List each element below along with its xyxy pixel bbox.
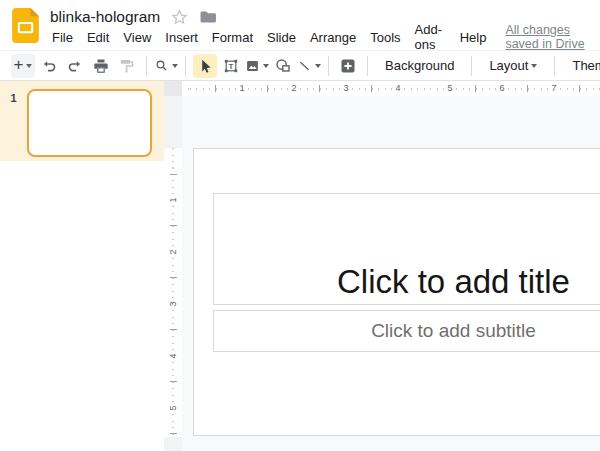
- background-button[interactable]: Background: [374, 54, 465, 78]
- zoom-button[interactable]: [154, 54, 178, 78]
- ruler-number: 4: [167, 351, 179, 360]
- subtitle-placeholder-box[interactable]: Click to add subtitle: [213, 310, 600, 352]
- text-box-icon: T: [222, 57, 240, 75]
- menu-format[interactable]: Format: [205, 28, 260, 47]
- magnifier-icon: [154, 57, 169, 75]
- menu-arrange[interactable]: Arrange: [303, 28, 363, 47]
- slide-filmstrip: 1: [0, 81, 164, 451]
- toolbar-separator: [146, 56, 147, 76]
- vertical-ruler-ticks: 1 2 3 4 5: [164, 148, 182, 437]
- google-slides-app: blinka-hologram File Edit View Insert Fo…: [0, 0, 600, 451]
- horizontal-ruler: 1 2 3 4 5 6 7: [182, 81, 600, 96]
- ruler-number: 2: [167, 247, 179, 256]
- ruler-number: 1: [167, 195, 179, 204]
- cursor-icon: [196, 57, 214, 75]
- header: blinka-hologram File Edit View Insert Fo…: [0, 0, 600, 51]
- toolbar-separator: [367, 56, 368, 76]
- menu-bar: File Edit View Insert Format Slide Arran…: [0, 26, 600, 48]
- comment-plus-icon: [339, 57, 357, 75]
- chevron-down-icon: [531, 64, 537, 68]
- ruler-corner: [164, 81, 182, 96]
- line-icon: [297, 57, 312, 75]
- ruler-number: 4: [393, 83, 402, 94]
- chevron-down-icon: [172, 64, 178, 68]
- title-placeholder-text: Click to add title: [337, 263, 570, 304]
- vertical-ruler-column: 1 2 3 4 5: [164, 81, 182, 451]
- layout-button[interactable]: Layout: [478, 54, 548, 78]
- slide-thumbnail[interactable]: [27, 89, 152, 157]
- canvas-column: 1 2 3 4 5 6 7 Click to add title Click t…: [182, 81, 600, 451]
- menu-edit[interactable]: Edit: [80, 28, 116, 47]
- slide-number: 1: [0, 81, 27, 161]
- theme-button[interactable]: Theme: [561, 54, 600, 78]
- slides-logo-icon[interactable]: [12, 8, 39, 43]
- menu-view[interactable]: View: [116, 28, 158, 47]
- chevron-down-icon: [263, 64, 269, 68]
- menu-addons[interactable]: Add-ons: [408, 20, 453, 54]
- paint-format-button[interactable]: [115, 54, 139, 78]
- menu-insert[interactable]: Insert: [158, 28, 205, 47]
- chevron-down-icon: [315, 64, 321, 68]
- paint-roller-icon: [118, 57, 136, 75]
- ruler-number: 6: [497, 83, 506, 94]
- undo-button[interactable]: [37, 54, 61, 78]
- subtitle-placeholder-text: Click to add subtitle: [371, 320, 536, 342]
- select-tool-button[interactable]: [193, 54, 217, 78]
- toolbar-separator: [554, 56, 555, 76]
- insert-image-button[interactable]: [245, 54, 269, 78]
- layout-label: Layout: [489, 58, 528, 73]
- menu-help[interactable]: Help: [453, 28, 494, 47]
- ruler-number: 3: [341, 83, 350, 94]
- body: 1 1 2 3 4 5 1 2 3 4: [0, 81, 600, 451]
- ruler-number: 5: [167, 403, 179, 412]
- ruler-number: 1: [237, 83, 246, 94]
- redo-icon: [66, 57, 84, 75]
- slide-canvas: Click to add title Click to add subtitle: [182, 96, 600, 451]
- slide-page[interactable]: Click to add title Click to add subtitle: [193, 148, 600, 436]
- vertical-ruler: 1 2 3 4 5: [164, 96, 182, 451]
- undo-icon: [40, 57, 58, 75]
- toolbar-separator: [185, 56, 186, 76]
- print-icon: [92, 57, 110, 75]
- print-button[interactable]: [89, 54, 113, 78]
- plus-icon: +: [14, 56, 24, 73]
- menu-tools[interactable]: Tools: [363, 28, 407, 47]
- menu-file[interactable]: File: [45, 28, 80, 47]
- svg-text:T: T: [229, 61, 234, 70]
- ruler-number: 2: [289, 83, 298, 94]
- toolbar-separator: [471, 56, 472, 76]
- image-icon: [245, 57, 260, 75]
- text-box-button[interactable]: T: [219, 54, 243, 78]
- insert-line-button[interactable]: [297, 54, 321, 78]
- ruler-number: 5: [445, 83, 454, 94]
- toolbar-separator: [328, 56, 329, 76]
- ruler-number: 7: [549, 83, 558, 94]
- insert-comment-button[interactable]: [336, 54, 360, 78]
- title-placeholder-box[interactable]: Click to add title: [213, 193, 600, 305]
- filmstrip-slide-row-selected: 1: [0, 81, 164, 161]
- star-icon[interactable]: [171, 9, 188, 26]
- toolbar: +: [0, 51, 600, 81]
- insert-shape-button[interactable]: [271, 54, 295, 78]
- save-status-link[interactable]: All changes saved in Drive: [505, 23, 600, 51]
- chevron-down-icon: [26, 64, 32, 68]
- new-slide-button[interactable]: +: [11, 54, 35, 78]
- shape-icon: [274, 57, 292, 75]
- menu-slide[interactable]: Slide: [260, 28, 303, 47]
- document-title[interactable]: blinka-hologram: [50, 8, 160, 26]
- move-folder-icon[interactable]: [199, 10, 217, 24]
- redo-button[interactable]: [63, 54, 87, 78]
- ruler-number: 3: [167, 299, 179, 308]
